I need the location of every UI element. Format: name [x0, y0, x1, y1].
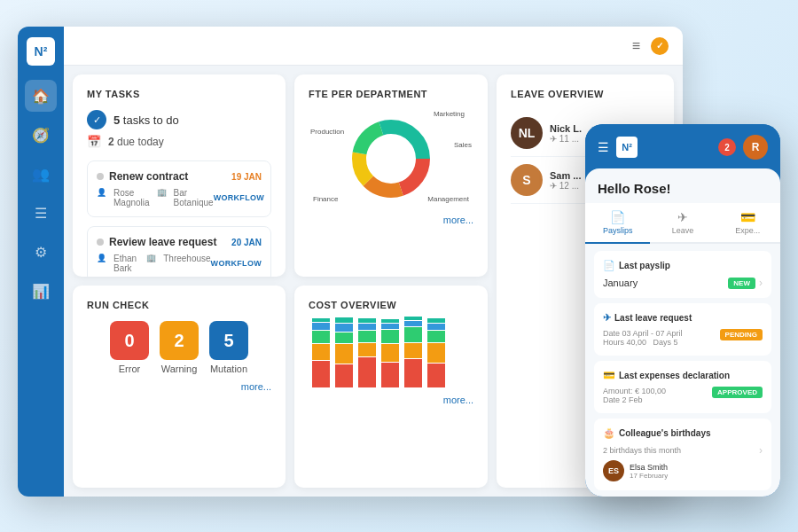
expenses-tab-label: Expe... — [735, 226, 760, 235]
birthday-date: 17 February — [630, 472, 668, 480]
label-sales: Sales — [454, 141, 472, 149]
task-review-leave[interactable]: Review leave request 20 JAN 👤 Ethan Bark… — [87, 226, 271, 277]
task2-location: Threehouse — [163, 254, 210, 273]
payslip-row[interactable]: January NEW › — [603, 277, 763, 289]
expense-amount: Amount: € 100,00 — [603, 387, 666, 395]
task1-bullet — [97, 173, 104, 180]
mobile-hamburger-icon[interactable]: ☰ — [598, 140, 609, 154]
birthday-person-row: ES Elsa Smith 17 February — [603, 460, 763, 481]
cost-bar-5 — [404, 317, 422, 387]
cost-bar1-red — [312, 361, 330, 387]
payslip-chevron-icon: › — [759, 277, 763, 289]
run-check-more[interactable]: more... — [87, 381, 271, 392]
leave-details-row: Date 03 April - 07 April Hours 40,00 Day… — [603, 329, 763, 347]
warning-badge[interactable]: 2 Warning — [160, 321, 199, 374]
expense-date: Date 2 Feb — [603, 395, 666, 404]
fte-more[interactable]: more... — [309, 215, 473, 225]
cost-bar-2 — [335, 317, 353, 387]
cost-bar-6 — [427, 318, 445, 387]
cost-bar-3 — [358, 318, 376, 387]
mobile-tab-expenses[interactable]: 💳 Expe... — [716, 203, 780, 244]
logo-text-v2: N² — [35, 44, 48, 59]
birthdays-chevron-icon: › — [759, 444, 763, 457]
leave-hours-label: Hours 40,00 Days 5 — [603, 338, 683, 347]
task1-location: Bar Botanique — [174, 188, 214, 207]
cost-bar-4 — [381, 319, 399, 387]
sidebar-settings[interactable]: ⚙ — [25, 236, 57, 268]
task2-building-icon: 🏢 — [146, 254, 156, 273]
hamburger-icon[interactable]: ≡ — [632, 38, 640, 54]
label-finance: Finance — [313, 195, 338, 203]
sidebar-tasks[interactable]: ☰ — [25, 197, 57, 229]
error-badge[interactable]: 0 Error — [110, 321, 149, 374]
warning-count: 2 — [160, 321, 199, 360]
leave-heading: LEAVE OVERVIEW — [511, 89, 660, 99]
payslips-tab-label: Payslips — [603, 226, 633, 235]
mobile-notification-badge[interactable]: 2 — [718, 138, 736, 156]
mobile-header: ☰ N² 2 R — [585, 124, 780, 160]
leave-person-detail-2: ✈ 12 ... — [550, 181, 581, 191]
mobile-tab-leave[interactable]: ✈ Leave — [650, 203, 715, 244]
fte-chart — [342, 110, 440, 207]
mobile-user-avatar[interactable]: R — [743, 135, 768, 160]
cost-bar-chart-v2 — [309, 321, 473, 387]
leave-person-name-2: Sam ... — [550, 170, 581, 181]
task-count-number: 5 — [113, 113, 120, 127]
run-check-heading: RUN CHECK — [87, 300, 271, 310]
mutation-label: Mutation — [210, 364, 247, 374]
mobile-logo[interactable]: N² — [616, 137, 638, 158]
topbar-v2: ≡ ✓ — [64, 27, 683, 66]
sidebar-reports[interactable]: 📊 — [25, 275, 57, 307]
task1-person-icon: 👤 — [97, 188, 106, 207]
payslips-tab-icon: 📄 — [610, 210, 625, 224]
expense-details-left: Amount: € 100,00 Date 2 Feb — [603, 387, 666, 404]
mobile-tab-bar: 📄 Payslips ✈ Leave 💳 Expe... — [585, 203, 780, 244]
warning-label: Warning — [161, 364, 198, 374]
mobile-leave-section: ✈ Last leave request Date 03 April - 07 … — [594, 303, 771, 356]
expense-section-icon: 💳 — [603, 370, 615, 381]
leave-details-left: Date 03 April - 07 April Hours 40,00 Day… — [603, 329, 683, 347]
birthdays-section-title: 🎂 Colleague's birthdays — [603, 427, 763, 439]
run-check-panel: RUN CHECK 0 Error 2 Warning 5 Mutation — [73, 286, 286, 488]
tasks-check-icon: ✓ — [87, 110, 106, 129]
leave-person-detail-1: ✈ 11 ... — [550, 134, 582, 144]
task2-person: Ethan Bark — [113, 254, 139, 273]
mobile-panel: ☰ N² 2 R Hello Rose! 📄 Payslips ✈ Leave … — [585, 124, 780, 497]
leave-person-info-1: Nick L. ✈ 11 ... — [550, 123, 582, 144]
leave-tab-icon: ✈ — [677, 210, 688, 224]
leave-person-info-2: Sam ... ✈ 12 ... — [550, 170, 581, 191]
mutation-count: 5 — [209, 321, 248, 360]
task2-person-icon: 👤 — [97, 254, 106, 273]
sidebar-people[interactable]: 👥 — [25, 158, 57, 190]
sidebar-logo-v2[interactable]: N² — [27, 37, 55, 66]
cost-bar1-blue — [312, 323, 330, 330]
sidebar-home[interactable]: 🏠 — [25, 80, 57, 112]
payslip-new-badge: NEW — [728, 278, 755, 289]
leave-avatar-nl: NL — [511, 117, 543, 149]
task1-person: Rose Magnolia — [113, 188, 150, 207]
mobile-tab-payslips[interactable]: 📄 Payslips — [585, 203, 650, 244]
error-count: 0 — [110, 321, 149, 360]
birthdays-section-icon: 🎂 — [603, 427, 615, 439]
leave-pending-badge: PENDING — [720, 329, 763, 340]
birthdays-count-row[interactable]: 2 birthdays this month › — [603, 444, 763, 457]
leave-date-label: Date 03 April - 07 April — [603, 329, 683, 338]
task1-workflow: WORKFLOW — [214, 193, 264, 202]
cost-bar1-orange — [312, 344, 330, 360]
expense-section-title: 💳 Last expenses declaration — [603, 370, 763, 381]
task-renew-contract[interactable]: Renew contract 19 JAN 👤 Rose Magnolia 🏢 … — [87, 160, 271, 217]
mobile-scroll-area: 📄 Last payslip January NEW › ✈ Last leav… — [585, 244, 780, 497]
mobile-body: Hello Rose! 📄 Payslips ✈ Leave 💳 Expe...… — [585, 168, 780, 497]
mobile-payslip-section: 📄 Last payslip January NEW › — [594, 251, 771, 298]
notif-checkmark[interactable]: ✓ — [651, 37, 669, 55]
label-production: Production — [310, 128, 344, 136]
sidebar-v2: N² 🏠 🧭 👥 ☰ ⚙ 📊 — [18, 27, 64, 497]
mobile-greeting: Hello Rose! — [585, 168, 780, 203]
mutation-badge[interactable]: 5 Mutation — [209, 321, 248, 374]
payslip-section-title: 📄 Last payslip — [603, 260, 763, 271]
cost-more[interactable]: more... — [309, 395, 473, 405]
sidebar-explore[interactable]: 🧭 — [25, 119, 57, 151]
task-count-suffix: tasks to do — [123, 113, 179, 127]
task2-name: Review leave request — [97, 236, 216, 248]
birthday-avatar: ES — [603, 460, 624, 481]
